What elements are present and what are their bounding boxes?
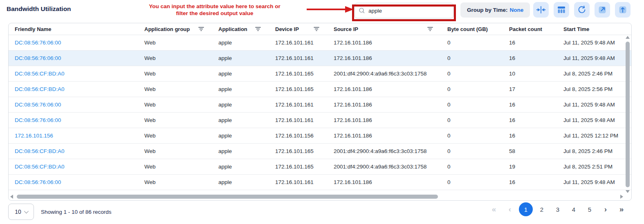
table-row[interactable]: 172.16.101.156Webapple172.16.101.156172.… xyxy=(9,128,631,144)
friendly-name-link[interactable]: DC:08:56:CF:BD:A0 xyxy=(9,164,138,170)
bandwidth-table-card: Friendly NameApplication groupApplicatio… xyxy=(8,23,632,201)
table-cell: 17 xyxy=(503,86,557,92)
scroll-right-icon[interactable] xyxy=(620,195,623,199)
column-header[interactable]: Start Time xyxy=(557,26,631,32)
table-cell: 16 xyxy=(503,133,557,139)
friendly-name-link[interactable]: DC:08:56:CF:BD:A0 xyxy=(9,86,138,92)
table-cell: Web xyxy=(138,148,212,154)
table-row[interactable]: DC:08:56:CF:BD:A0Webapple172.16.101.1651… xyxy=(9,82,631,97)
page-size-value: 10 xyxy=(15,208,21,215)
page-4-button[interactable]: 4 xyxy=(567,202,581,216)
table-cell: Web xyxy=(138,133,212,139)
table-row[interactable]: DC:08:56:CF:BD:A0Webapple172.16.101.1652… xyxy=(9,66,631,82)
friendly-name-link[interactable]: 172.16.101.156 xyxy=(9,133,138,139)
scroll-up-icon[interactable] xyxy=(626,36,630,39)
horizontal-scroll-thumb[interactable] xyxy=(17,195,438,199)
open-external-button[interactable] xyxy=(595,2,610,18)
open-external-icon xyxy=(597,5,607,15)
page-size-select[interactable]: 10 xyxy=(8,204,34,220)
column-header[interactable]: Source IP xyxy=(328,26,441,32)
table-cell: apple xyxy=(212,148,269,154)
last-page-button[interactable]: » xyxy=(615,202,628,216)
table-cell: Web xyxy=(138,86,212,92)
table-cell: 172.16.101.161 xyxy=(269,117,328,123)
page-3-button[interactable]: 3 xyxy=(551,202,565,216)
table-cell: Web xyxy=(138,102,212,108)
column-header-label: Source IP xyxy=(334,26,358,32)
table-cell: Web xyxy=(138,55,212,61)
horizontal-scrollbar[interactable] xyxy=(10,194,623,199)
scroll-left-icon[interactable] xyxy=(10,195,13,199)
friendly-name-link[interactable]: DC:08:56:CF:BD:A0 xyxy=(9,148,138,154)
column-header[interactable]: Application xyxy=(212,26,269,32)
toolbar-icon-buttons xyxy=(533,2,631,18)
table-cell: 0 xyxy=(441,164,503,170)
column-header-label: Application group xyxy=(144,26,190,32)
table-cell: 0 xyxy=(441,55,503,61)
table-cell: 172.16.101.186 xyxy=(328,86,441,92)
table-cell: apple xyxy=(212,133,269,139)
table-cell: 0 xyxy=(441,40,503,46)
table-row[interactable]: DC:08:56:CF:BD:A0Webapple172.16.101.1652… xyxy=(9,144,631,159)
table-cell: apple xyxy=(212,164,269,170)
bandwidth-utilization-page: Bandwidth Utilization You can input the … xyxy=(0,0,644,224)
column-header[interactable]: Device IP xyxy=(269,26,328,32)
table-cell: apple xyxy=(212,179,269,185)
table-cell: 58 xyxy=(503,148,557,154)
friendly-name-link[interactable]: DC:08:56:76:06:00 xyxy=(9,40,138,46)
table-row[interactable]: DC:08:56:76:06:00Webapple172.16.101.1611… xyxy=(9,113,631,128)
table-cell: 172.16.101.165 xyxy=(269,71,328,77)
table-row[interactable]: DC:08:56:76:06:00Webapple172.16.101.1611… xyxy=(9,51,631,66)
page-1-button[interactable]: 1 xyxy=(519,202,533,216)
export-button[interactable] xyxy=(615,2,631,18)
table-cell: 0 xyxy=(441,102,503,108)
first-page-button[interactable]: « xyxy=(487,202,501,216)
scroll-down-icon[interactable] xyxy=(626,190,630,193)
table-cell: 172.16.101.186 xyxy=(328,40,441,46)
vertical-scrollbar[interactable] xyxy=(625,36,630,193)
table-cell: apple xyxy=(212,86,269,92)
table-row[interactable]: DC:08:56:76:06:00Webapple172.16.101.1611… xyxy=(9,35,631,51)
table-cell: Jul 11, 2025 12:12 PM xyxy=(557,133,631,139)
table-cell: 2001:df4:2900:4:a9a6:f6c3:3c03:1758 xyxy=(328,164,441,170)
filter-icon[interactable] xyxy=(198,27,204,31)
table-cell: Web xyxy=(138,164,212,170)
column-header[interactable]: Friendly Name xyxy=(9,26,138,32)
page-2-button[interactable]: 2 xyxy=(535,202,549,216)
columns-button[interactable] xyxy=(554,2,569,18)
table-cell: 0 xyxy=(441,86,503,92)
table-cell: 172.16.101.165 xyxy=(269,148,328,154)
page-5-button[interactable]: 5 xyxy=(583,202,597,216)
friendly-name-link[interactable]: DC:08:56:76:06:00 xyxy=(9,55,138,61)
table-cell: 0 xyxy=(441,71,503,77)
vertical-scroll-thumb[interactable] xyxy=(626,42,630,187)
table-cell: Web xyxy=(138,117,212,123)
collapse-columns-button[interactable] xyxy=(533,2,549,18)
table-cell: 16 xyxy=(503,55,557,61)
table-row[interactable]: DC:08:56:CF:BD:A0Webapple172.16.101.1652… xyxy=(9,159,631,175)
friendly-name-link[interactable]: DC:08:56:76:06:00 xyxy=(9,117,138,123)
table-row[interactable]: DC:08:56:76:06:00Webapple172.16.101.1611… xyxy=(9,175,631,190)
table-cell: Jul 11, 2025 9:48 AM xyxy=(557,55,631,61)
group-by-time-button[interactable]: Group by Time: None xyxy=(460,2,530,18)
annotation-arrow-icon xyxy=(306,5,354,13)
filter-icon[interactable] xyxy=(314,27,319,31)
column-header[interactable]: Application group xyxy=(138,26,212,32)
next-page-button[interactable]: › xyxy=(599,202,613,216)
table-cell: 172.16.101.161 xyxy=(269,102,328,108)
column-header[interactable]: Packet count xyxy=(503,26,557,32)
friendly-name-link[interactable]: DC:08:56:CF:BD:A0 xyxy=(9,71,138,77)
chevron-down-icon xyxy=(24,209,29,213)
table-cell: 172.16.101.161 xyxy=(269,179,328,185)
table-row[interactable]: DC:08:56:76:06:00Webapple172.16.101.1611… xyxy=(9,97,631,113)
filter-icon[interactable] xyxy=(255,27,261,31)
filter-icon[interactable] xyxy=(427,27,433,31)
table-cell: 172.16.101.165 xyxy=(269,86,328,92)
refresh-button[interactable] xyxy=(574,2,590,18)
friendly-name-link[interactable]: DC:08:56:76:06:00 xyxy=(9,102,138,108)
friendly-name-link[interactable]: DC:08:56:76:06:00 xyxy=(9,179,138,185)
column-header[interactable]: Byte count (GB) xyxy=(441,26,503,32)
table-cell: Jul 8, 2025 2:56 PM xyxy=(557,86,631,92)
search-input[interactable]: apple xyxy=(354,3,454,18)
prev-page-button[interactable]: ‹ xyxy=(503,202,517,216)
